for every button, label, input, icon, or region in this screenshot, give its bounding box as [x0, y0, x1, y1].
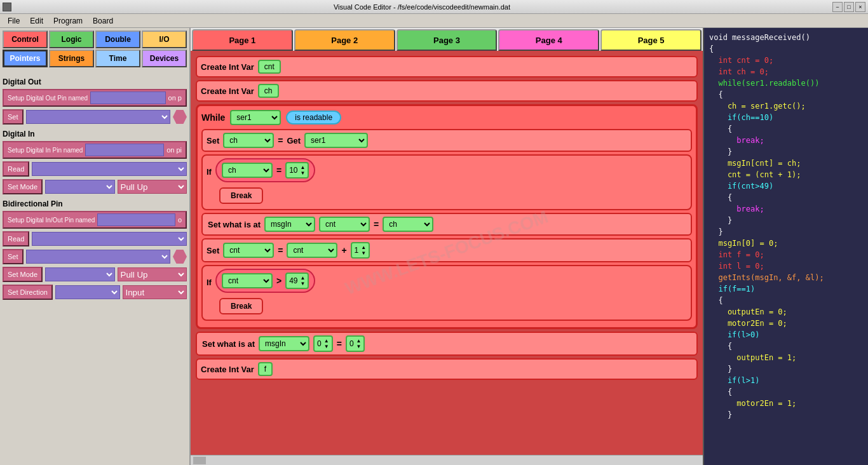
ser1-get-select[interactable]: ser1 — [304, 133, 368, 148]
set-btn-2[interactable]: Set — [3, 249, 24, 264]
center-panel: Page 1 Page 2 Page 3 Page 4 Page 5 WWW.L… — [191, 28, 703, 465]
setup-bio-input[interactable] — [97, 213, 175, 226]
close-button[interactable]: × — [855, 2, 865, 12]
while-header: While ser1 is readable — [201, 110, 692, 125]
code-line-1: { — [709, 43, 863, 55]
left-content: Digital Out Setup Digital Out Pin named … — [0, 70, 189, 465]
spin-up-2[interactable]: ▲ — [361, 245, 366, 250]
val-49-spinner[interactable]: 49 ▲ ▼ — [285, 273, 309, 289]
tab-page4[interactable]: Page 4 — [498, 29, 599, 51]
set-select-1[interactable] — [26, 110, 170, 124]
maximize-button[interactable]: □ — [844, 2, 854, 12]
spin-up-5[interactable]: ▲ — [356, 338, 362, 344]
set-direction-row: Set Direction Input — [3, 285, 187, 300]
eq-sign-1: = — [278, 135, 283, 145]
pull-up-select-2[interactable]: Pull Up — [118, 267, 187, 281]
set-mode-btn[interactable]: Set Mode — [3, 179, 43, 194]
minimize-button[interactable]: − — [832, 2, 843, 12]
create-int-label-1: Create Int Var — [201, 62, 254, 72]
hex-icon-2 — [173, 250, 187, 264]
tab-page5[interactable]: Page 5 — [600, 29, 702, 51]
set-mode-btn-2[interactable]: Set Mode — [3, 267, 43, 282]
setup-digital-out-row: Setup Digital Out Pin named on p — [3, 89, 187, 107]
is-readable: is readable — [286, 111, 341, 125]
val-10: 10 — [289, 166, 297, 175]
spin-down-3[interactable]: ▼ — [301, 281, 306, 286]
read-btn[interactable]: Read — [3, 161, 29, 177]
input-select[interactable]: Input — [123, 285, 187, 299]
read-btn-2[interactable]: Read — [3, 231, 29, 246]
code-lines: void messageReceived(){ int cnt = 0; int… — [709, 32, 863, 421]
read-select[interactable] — [32, 162, 187, 176]
msgIn-select-2[interactable]: msgIn — [259, 336, 309, 351]
tab-page1[interactable]: Page 1 — [192, 29, 293, 51]
spin-up-1[interactable]: ▲ — [301, 165, 306, 170]
on-label2: on pi — [166, 146, 182, 154]
set-what-2: Set what is at msgIn 0 ▲ ▼ = 0 ▲ ▼ — [196, 332, 698, 356]
spin-up-4[interactable]: ▲ — [324, 338, 329, 344]
set-direction-btn[interactable]: Set Direction — [3, 285, 53, 300]
ch-cond-select[interactable]: ch — [222, 163, 273, 178]
code-line-26: if(l>0) — [709, 329, 863, 340]
spin-down-5[interactable]: ▼ — [356, 344, 362, 349]
cnt-cond-select[interactable]: cnt — [222, 273, 273, 288]
val-0-right-spinner[interactable]: 0 ▲ ▼ — [346, 335, 365, 352]
set-btn-1[interactable]: Set — [3, 109, 24, 125]
code-line-12: cnt = (cnt + 1); — [709, 169, 863, 180]
cat-logic[interactable]: Logic — [49, 30, 94, 48]
spin-up-3[interactable]: ▲ — [301, 275, 306, 281]
menu-file[interactable]: File — [3, 15, 25, 27]
horizontal-scrollbar[interactable] — [191, 455, 703, 465]
if-label-2: If — [207, 278, 212, 287]
set-mode-select[interactable] — [45, 180, 114, 194]
set-mode-select-2[interactable] — [45, 267, 114, 281]
cnt-right-select[interactable]: cnt — [287, 243, 337, 258]
setup-di-input[interactable] — [85, 144, 164, 156]
ch-right-select[interactable]: ch — [383, 217, 433, 232]
setup-di-label: Setup Digital In Pin named — [8, 147, 83, 154]
create-int-label-3: Create Int Var — [201, 365, 254, 374]
h-scroll-thumb[interactable] — [193, 457, 206, 464]
tab-page2[interactable]: Page 2 — [294, 29, 395, 51]
while-ser1-select[interactable]: ser1 — [230, 110, 281, 125]
titlebar-title: Visual Code Editor - /fs/ee/code/viscode… — [11, 3, 832, 11]
digital-in-header: Digital In — [3, 130, 187, 138]
cat-double[interactable]: Double — [95, 30, 140, 48]
f-value: f — [258, 362, 273, 376]
code-canvas[interactable]: WWW.LETS-FOCUS.COM Create Int Var cnt Cr… — [191, 51, 703, 455]
code-line-16: } — [709, 215, 863, 226]
cat-control[interactable]: Control — [3, 30, 48, 48]
cat-strings[interactable]: Strings — [49, 50, 94, 67]
read-select-2[interactable] — [32, 232, 187, 246]
set-select-2[interactable] — [26, 250, 170, 264]
cat-io[interactable]: I/O — [142, 30, 187, 48]
eq-sign-3: = — [278, 245, 283, 255]
tab-page3[interactable]: Page 3 — [397, 29, 498, 51]
cnt-var-select[interactable]: cnt — [223, 243, 274, 258]
set-direction-select[interactable] — [55, 285, 120, 299]
val-1-spinner[interactable]: 1 ▲ ▼ — [351, 242, 370, 259]
ch-value: ch — [258, 84, 279, 98]
pull-up-select[interactable]: Pull Up — [118, 180, 187, 194]
spin-down-1[interactable]: ▼ — [301, 170, 306, 176]
code-view-panel: void messageReceived(){ int cnt = 0; int… — [703, 28, 868, 465]
cat-time[interactable]: Time — [95, 50, 140, 67]
cat-pointers[interactable]: Pointers — [3, 50, 48, 67]
ch-select[interactable]: ch — [223, 133, 274, 148]
cnt-index-select[interactable]: cnt — [319, 217, 370, 232]
menu-edit[interactable]: Edit — [25, 15, 48, 27]
setup-bio-row: Setup Digital In/Out Pin named o — [3, 211, 187, 229]
val-10-spinner[interactable]: 10 ▲ ▼ — [285, 162, 309, 179]
spin-down-4[interactable]: ▼ — [324, 344, 329, 349]
if-row-1: If ch = 10 ▲ ▼ — [207, 158, 687, 185]
setup-do-input[interactable] — [90, 91, 165, 104]
val-0-left-spinner[interactable]: 0 ▲ ▼ — [313, 335, 333, 352]
menu-board[interactable]: Board — [88, 15, 118, 27]
menu-program[interactable]: Program — [48, 15, 88, 27]
code-line-27: { — [709, 340, 863, 352]
spin-down-2[interactable]: ▼ — [361, 250, 366, 256]
menubar: File Edit Program Board — [0, 14, 868, 28]
if-label-1: If — [207, 167, 212, 177]
msgIn-select-1[interactable]: msgIn — [264, 217, 315, 232]
cat-devices[interactable]: Devices — [142, 50, 187, 67]
